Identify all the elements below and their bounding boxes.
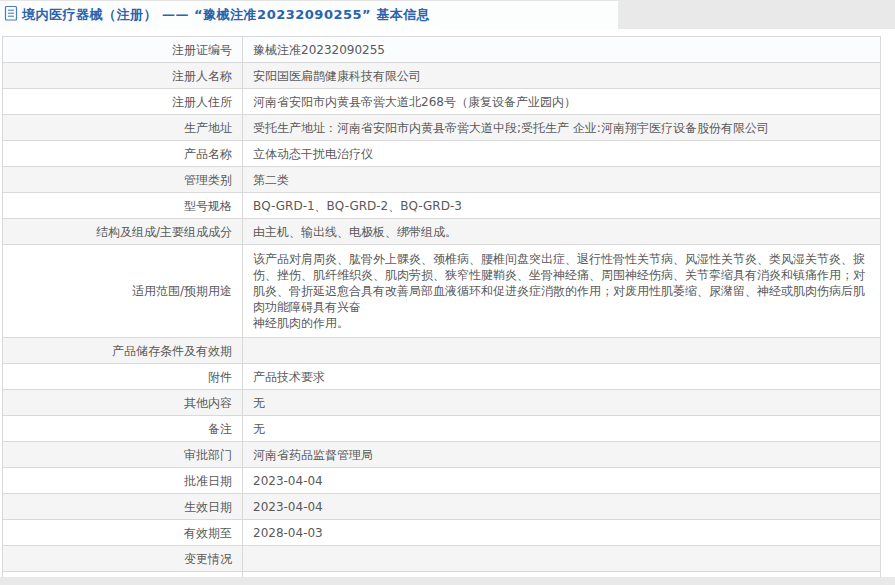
- row-label: 批准日期: [3, 468, 243, 494]
- row-label: 产品名称: [3, 141, 243, 167]
- table-row: 管理类别 第二类: [3, 167, 881, 193]
- row-value: 第二类: [243, 167, 881, 193]
- registration-info-table: 注册证编号 豫械注准20232090255 注册人名称 安阳国医扁鹊健康科技有限…: [2, 36, 881, 585]
- row-label: 生效日期: [3, 494, 243, 520]
- row-value: 无: [243, 390, 881, 416]
- row-label: 附件: [3, 364, 243, 390]
- row-value: 2028-04-03: [243, 520, 881, 546]
- page: 境内医疗器械（注册） —— “豫械注准20232090255” 基本信息 注册证…: [0, 0, 895, 585]
- bottom-strip: [0, 577, 895, 585]
- table-row: 注册证编号 豫械注准20232090255: [3, 37, 881, 63]
- page-title: 境内医疗器械（注册） —— “豫械注准20232090255” 基本信息: [22, 6, 430, 24]
- row-label: 其他内容: [3, 390, 243, 416]
- top-bar: 境内医疗器械（注册） —— “豫械注准20232090255” 基本信息: [0, 0, 895, 29]
- table-row: 生产地址 受托生产地址：河南省安阳市内黄县帝喾大道中段;受托生产 企业:河南翔宇…: [3, 115, 881, 141]
- row-value: 2023-04-04: [243, 468, 881, 494]
- table-row: 型号规格 BQ-GRD-1、BQ-GRD-2、BQ-GRD-3: [3, 193, 881, 219]
- row-label: 备注: [3, 416, 243, 442]
- row-value: 河南省安阳市内黄县帝喾大道北268号（康复设备产业园内）: [243, 89, 881, 115]
- row-label: 审批部门: [3, 442, 243, 468]
- document-icon: [4, 5, 19, 26]
- table-row-intended-use: 适用范围/预期用途 该产品对肩周炎、肱骨外上髁炎、颈椎病、腰椎间盘突出症、退行性…: [3, 245, 881, 338]
- table-row: 批准日期 2023-04-04: [3, 468, 881, 494]
- table-row: 注册人住所 河南省安阳市内黄县帝喾大道北268号（康复设备产业园内）: [3, 89, 881, 115]
- table-row: 备注 无: [3, 416, 881, 442]
- row-label: 有效期至: [3, 520, 243, 546]
- table-row: 结构及组成/主要组成成分 由主机、输出线、电极板、绑带组成。: [3, 219, 881, 245]
- row-label: 注册人名称: [3, 63, 243, 89]
- row-value: [243, 546, 881, 572]
- table-row: 其他内容 无: [3, 390, 881, 416]
- row-value: 由主机、输出线、电极板、绑带组成。: [243, 219, 881, 245]
- row-label: 变更情况: [3, 546, 243, 572]
- table-row: 有效期至 2028-04-03: [3, 520, 881, 546]
- row-value: 2023-04-04: [243, 494, 881, 520]
- table-row: 附件 产品技术要求: [3, 364, 881, 390]
- row-label: 型号规格: [3, 193, 243, 219]
- row-value: [243, 338, 881, 364]
- row-value: 河南省药品监督管理局: [243, 442, 881, 468]
- table-row: 产品储存条件及有效期: [3, 338, 881, 364]
- row-label: 结构及组成/主要组成成分: [3, 219, 243, 245]
- row-value: 安阳国医扁鹊健康科技有限公司: [243, 63, 881, 89]
- row-label: 注册人住所: [3, 89, 243, 115]
- row-value: 受托生产地址：河南省安阳市内黄县帝喾大道中段;受托生产 企业:河南翔宇医疗设备股…: [243, 115, 881, 141]
- row-value: 立体动态干扰电治疗仪: [243, 141, 881, 167]
- row-label: 管理类别: [3, 167, 243, 193]
- row-label: 注册证编号: [3, 37, 243, 63]
- table-row: 注册人名称 安阳国医扁鹊健康科技有限公司: [3, 63, 881, 89]
- row-value: 豫械注准20232090255: [243, 37, 881, 63]
- registration-info-panel: 注册证编号 豫械注准20232090255 注册人名称 安阳国医扁鹊健康科技有限…: [0, 29, 895, 585]
- row-label: 产品储存条件及有效期: [3, 338, 243, 364]
- row-value: BQ-GRD-1、BQ-GRD-2、BQ-GRD-3: [243, 193, 881, 219]
- table-row: 产品名称 立体动态干扰电治疗仪: [3, 141, 881, 167]
- table-row: 生效日期 2023-04-04: [3, 494, 881, 520]
- row-label: 适用范围/预期用途: [3, 245, 243, 338]
- table-row: 变更情况: [3, 546, 881, 572]
- table-row: 审批部门 河南省药品监督管理局: [3, 442, 881, 468]
- row-value: 无: [243, 416, 881, 442]
- row-value: 该产品对肩周炎、肱骨外上髁炎、颈椎病、腰椎间盘突出症、退行性骨性关节病、风湿性关…: [243, 245, 881, 338]
- row-label: 生产地址: [3, 115, 243, 141]
- row-value: 产品技术要求: [243, 364, 881, 390]
- title-bar: 境内医疗器械（注册） —— “豫械注准20232090255” 基本信息: [0, 0, 618, 29]
